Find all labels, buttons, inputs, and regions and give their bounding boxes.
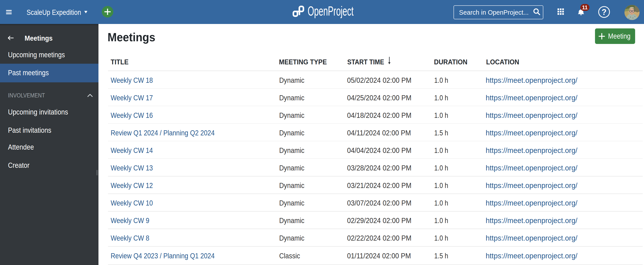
svg-text:?: ? (602, 8, 606, 17)
svg-text:OpenProject: OpenProject (308, 4, 354, 19)
